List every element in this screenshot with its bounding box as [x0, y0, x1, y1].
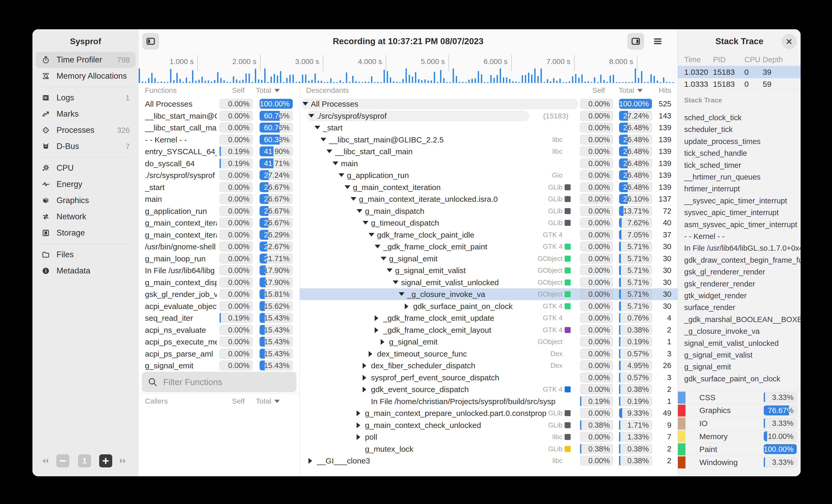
stack-frame[interactable]: gdk_draw_context_begin_frame_full [684, 254, 801, 266]
collapse-icon[interactable] [399, 292, 405, 296]
function-row[interactable]: acpi_ns_evaluate0.00%15.43%15.43% [139, 324, 300, 336]
collapse-icon[interactable] [303, 102, 308, 106]
expand-icon[interactable] [375, 327, 378, 333]
stack-frame[interactable]: - - Kernel - - [684, 230, 801, 242]
stack-frame[interactable]: g_signal_emit [684, 361, 801, 373]
sidebar-item-time-profiler[interactable]: Time Profiler798 [35, 52, 135, 68]
collapse-icon[interactable] [344, 185, 350, 189]
expand-icon[interactable] [369, 351, 372, 357]
function-row[interactable]: /usr/bin/gnome-shell0.00%22.67%22.67% [139, 241, 300, 253]
descendant-row[interactable]: __libc_start_call_mainlibc0.00%26.48%26.… [300, 146, 678, 157]
function-row[interactable]: _start0.00%26.67%26.67% [139, 181, 300, 193]
collapse-icon[interactable] [320, 138, 326, 141]
descendant-row[interactable]: dex_timeout_source_funcDex0.00%0.57%0.57… [300, 348, 678, 360]
stack-frame[interactable]: scheduler_tick [684, 124, 801, 135]
cpu-activity-sparkline[interactable] [139, 71, 678, 83]
sidebar-item-memory-allocations[interactable]: Memory Allocations [35, 68, 135, 84]
category-row-paint[interactable]: Paint100.00%100.00% [678, 443, 801, 456]
expand-icon[interactable] [381, 339, 384, 345]
stack-frame[interactable]: gsk_renderer_render [684, 278, 801, 290]
callers-self-header[interactable]: Self [232, 397, 244, 405]
descendant-row[interactable]: gdk_frame_clock_paint_idleGTK 40.00%7.05… [300, 229, 678, 241]
stack-frame[interactable]: hrtimer_interrupt [684, 183, 801, 195]
category-row-windowing[interactable]: Windowing3.33%3.33% [678, 456, 801, 469]
descendant-row[interactable]: g_main_context_iterationGLib0.00%26.48%2… [300, 181, 678, 193]
category-row-css[interactable]: CSS3.33%3.33% [678, 391, 801, 404]
descendant-row[interactable]: _start0.00%26.48%26.48%139 [300, 122, 678, 134]
descendant-row[interactable]: main0.00%26.48%26.48%139 [300, 158, 678, 169]
desc-total-column-header[interactable]: Total [619, 86, 643, 95]
collapse-icon[interactable] [314, 126, 320, 130]
stack-frame[interactable]: tick_sched_timer [684, 160, 801, 171]
callers-total-header[interactable]: Total [256, 397, 280, 405]
descendant-row[interactable]: g_main_context_iterate_unlocked.isra.0GL… [300, 193, 678, 205]
stack-frame[interactable]: __sysvec_apic_timer_interrupt [684, 195, 801, 207]
filter-functions-input[interactable] [163, 372, 293, 393]
descendant-row[interactable]: __GI___clone3libc0.00%0.38%0.38%2 [300, 455, 678, 467]
descendant-row[interactable]: g_signal_emitGObject0.00%5.71%5.71%30 [300, 253, 678, 264]
collapse-icon[interactable] [339, 173, 344, 177]
collapse-icon[interactable] [327, 149, 332, 153]
function-row[interactable]: seq_read_iter0.19%0.19%15.43%15.43% [139, 312, 300, 324]
total-column-header[interactable]: Total [256, 86, 280, 95]
expand-icon[interactable] [357, 434, 360, 440]
descendant-row[interactable]: g_mutex_lockGLib0.38%0.38%0.38%0.38%2 [300, 443, 678, 455]
descendant-row[interactable]: _gdk_frame_clock_emit_updateGTK 40.00%0.… [300, 312, 678, 324]
sidebar-item-energy[interactable]: Energy [35, 176, 135, 192]
rewind-button[interactable] [39, 454, 52, 468]
descendant-row[interactable]: _gdk_frame_clock_emit_paintGTK 40.00%5.7… [300, 241, 678, 253]
stack-frame[interactable]: gtk_widget_render [684, 290, 801, 302]
stack-frame[interactable]: __hrtimer_run_queues [684, 171, 801, 183]
expand-icon[interactable] [357, 422, 360, 428]
descendant-row[interactable]: g_main_context_prepare_unlocked.part.0.c… [300, 407, 678, 419]
function-row[interactable]: All Processes0.00%100.00%100.00% [139, 98, 300, 110]
stack-frame[interactable]: gsk_gl_renderer_render [684, 266, 801, 278]
descendant-row[interactable]: All Processes0.00%100.00%100.00%525 [300, 98, 678, 110]
expand-icon[interactable] [309, 458, 312, 464]
function-row[interactable]: - - Kernel - -0.00%60.38%60.38% [139, 134, 300, 146]
hits-column-header[interactable]: Hits [659, 86, 671, 95]
plus-button[interactable] [99, 454, 112, 468]
category-row-memory[interactable]: Memory10.00%10.00% [678, 430, 801, 443]
panel-toggle-button[interactable] [627, 33, 644, 50]
descendant-row[interactable]: g_application_runGio0.00%26.48%26.48%139 [300, 169, 678, 181]
stack-frame[interactable]: signal_emit_valist_unlocked [684, 337, 801, 349]
expand-icon[interactable] [363, 363, 366, 369]
stack-frame[interactable]: surface_render [684, 302, 801, 313]
expand-icon[interactable] [363, 375, 366, 381]
sidebar-item-files[interactable]: Files [35, 247, 135, 263]
menu-button[interactable] [649, 33, 666, 50]
descendant-row[interactable]: sysprof_perf_event_source_dispatch0.00%0… [300, 372, 678, 384]
collapse-icon[interactable] [357, 209, 362, 213]
stack-frame[interactable]: g_signal_emit_valist [684, 349, 801, 361]
samples-column-header[interactable]: Depth [763, 55, 783, 64]
expand-icon[interactable] [375, 315, 378, 321]
descendant-row[interactable]: ./src/sysprof/sysprof(15183)0.00%27.24%2… [300, 110, 678, 122]
functions-column-header[interactable]: Functions [145, 86, 177, 95]
collapse-icon[interactable] [363, 221, 368, 225]
descendant-row[interactable]: _g_closure_invoke_vaGObject0.00%5.71%5.7… [300, 288, 678, 300]
stack-frame[interactable]: asm_sysvec_apic_timer_interrupt [684, 219, 801, 230]
function-row[interactable]: acpi_ps_parse_aml0.00%15.43%15.43% [139, 348, 300, 360]
descendant-row[interactable]: gdk_event_source_dispatchGTK 40.00%0.38%… [300, 384, 678, 395]
function-row[interactable]: do_syscall_640.19%0.19%41.71%41.71% [139, 158, 300, 169]
desc-self-column-header[interactable]: Self [592, 86, 605, 95]
sidebar-item-cpu[interactable]: CPU [35, 160, 135, 176]
stack-frame[interactable]: update_process_times [684, 136, 801, 147]
sidebar-item-graphics[interactable]: Graphics [35, 192, 135, 208]
stack-frame[interactable]: In File /usr/lib64/libGL.so.1.7.0+0x4b [684, 242, 801, 254]
samples-column-header[interactable]: CPU [744, 55, 760, 64]
function-row[interactable]: gsk_gl_render_job_vi0.00%15.81%15.81% [139, 288, 300, 300]
sample-row[interactable]: 1.033315183059 [678, 78, 801, 90]
callers-column-header[interactable]: Callers [145, 397, 168, 405]
function-row[interactable]: g_signal_emit0.00%15.43%15.43% [139, 360, 300, 371]
descendant-row[interactable]: In File /home/christian/Projects/sysprof… [300, 395, 678, 407]
descendant-row[interactable]: g_main_context_check_unlockedGLib0.38%0.… [300, 419, 678, 431]
collapse-icon[interactable] [350, 197, 356, 201]
zoom-level-button[interactable]: 1 [78, 454, 91, 468]
function-row[interactable]: g_main_context_disp0.00%17.90%17.90% [139, 277, 300, 288]
function-row[interactable]: __libc_start_main@G0.00%60.76%60.76% [139, 110, 300, 122]
fast-forward-button[interactable] [116, 454, 130, 468]
function-row[interactable]: acpi_ps_execute_met0.00%15.43%15.43% [139, 336, 300, 348]
stack-frame[interactable]: _g_closure_invoke_va [684, 326, 801, 337]
